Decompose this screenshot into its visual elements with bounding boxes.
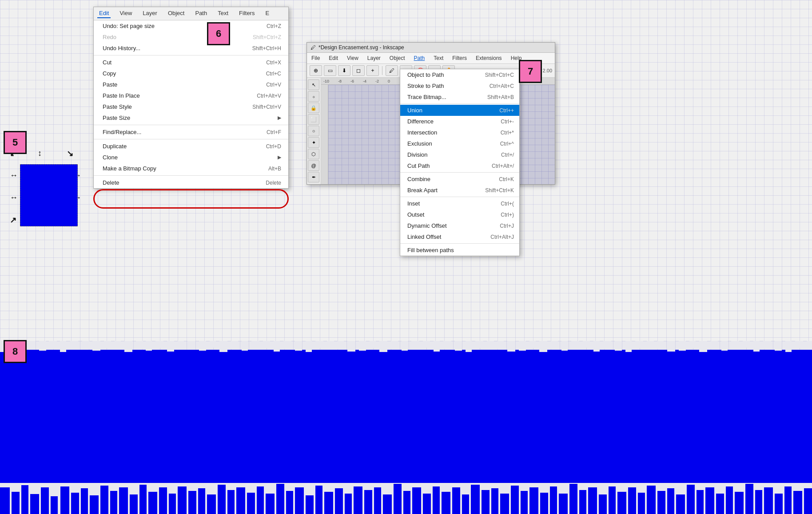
toolbar-btn-3[interactable]: ⬇ [338, 65, 350, 76]
svg-rect-40 [411, 341, 419, 350]
path-break-apart[interactable]: Break Apart Shift+Ctrl+K [400, 185, 519, 196]
menu-undo[interactable]: Undo: Set page size Ctrl+Z [94, 20, 288, 32]
svg-rect-31 [315, 341, 323, 348]
menu-clone[interactable]: Clone ▶ [94, 152, 288, 163]
toolbar-btn-6[interactable]: 🖊 [386, 65, 398, 76]
edit-menu-path[interactable]: Path [193, 9, 209, 18]
svg-rect-108 [286, 491, 293, 514]
menu-delete[interactable]: Delete Delete [94, 177, 288, 188]
menu-redo[interactable]: Redo Shift+Ctrl+Z [94, 32, 288, 43]
svg-rect-147 [667, 488, 674, 514]
inkscape-menu-edit[interactable]: Edit [327, 54, 340, 62]
path-object-to-path[interactable]: Object to Path Shift+Ctrl+C [400, 69, 519, 80]
menu-bitmap-copy[interactable]: Make a Bitmap Copy Alt+B [94, 163, 288, 174]
svg-rect-126 [462, 494, 469, 514]
inkscape-menu-view[interactable]: View [345, 54, 360, 62]
tool-zoom[interactable]: 🔒 [308, 103, 319, 113]
svg-rect-6 [49, 341, 57, 349]
inkscape-menu-file[interactable]: File [310, 54, 322, 62]
path-separator-1 [400, 103, 519, 104]
edit-menu-filters[interactable]: Filters [237, 9, 256, 18]
svg-rect-23 [231, 341, 238, 349]
menu-paste-style[interactable]: Paste Style Shift+Ctrl+V [94, 101, 288, 112]
svg-rect-90 [110, 491, 117, 514]
path-division[interactable]: Division Ctrl+/ [400, 149, 519, 160]
svg-rect-100 [207, 494, 216, 514]
path-linked-offset[interactable]: Linked Offset Ctrl+Alt+J [400, 231, 519, 242]
svg-rect-26 [263, 341, 270, 348]
svg-rect-127 [471, 485, 480, 514]
tool-star[interactable]: ✦ [308, 137, 319, 148]
blue-rect [20, 164, 78, 226]
inkscape-menu-layer[interactable]: Layer [366, 54, 382, 62]
tool-spiral[interactable]: @ [308, 160, 319, 171]
path-inset[interactable]: Inset Ctrl+( [400, 198, 519, 209]
edit-menu-text[interactable]: Text [216, 9, 230, 18]
svg-rect-135 [550, 486, 557, 514]
svg-rect-92 [130, 494, 138, 514]
svg-rect-124 [442, 492, 450, 514]
svg-rect-153 [726, 486, 733, 514]
menu-undo-history[interactable]: Undo History... Shift+Ctrl+H [94, 43, 288, 54]
path-stroke-to-path[interactable]: Stroke to Path Ctrl+Alt+C [400, 80, 519, 91]
inkscape-menu-object[interactable]: Object [388, 54, 407, 62]
tool-node[interactable]: ⬦ [308, 91, 319, 102]
path-trace-bitmap[interactable]: Trace Bitmap... Shift+Alt+B [400, 91, 519, 103]
inkscape-menu-text[interactable]: Text [432, 54, 445, 62]
toolbar-btn-1[interactable]: ⊕ [310, 65, 322, 76]
menu-copy[interactable]: Copy Ctrl+C [94, 68, 288, 79]
inkscape-menu-path[interactable]: Path [412, 54, 427, 62]
svg-rect-122 [423, 494, 431, 514]
menu-paste-in-place[interactable]: Paste In Place Ctrl+Alt+V [94, 90, 288, 101]
tool-3d[interactable]: ⬡ [308, 149, 319, 159]
badge-5: 5 [4, 131, 27, 154]
svg-rect-139 [588, 487, 597, 514]
svg-rect-97 [178, 486, 187, 514]
inkscape-menu-extensions[interactable]: Extensions [474, 54, 504, 62]
path-intersection[interactable]: Intersection Ctrl+* [400, 127, 519, 138]
edit-menu-layer[interactable]: Layer [141, 9, 159, 18]
edit-menu-edit[interactable]: Edit [97, 9, 111, 18]
path-dynamic-offset[interactable]: Dynamic Offset Ctrl+J [400, 220, 519, 231]
svg-rect-21 [210, 341, 216, 348]
menu-paste-size[interactable]: Paste Size ▶ [94, 112, 288, 123]
toolbar-btn-2[interactable]: ▭ [324, 65, 336, 76]
svg-rect-88 [90, 495, 99, 514]
inkscape-menu-filters[interactable]: Filters [450, 54, 469, 62]
svg-rect-51 [529, 341, 536, 348]
svg-rect-105 [257, 486, 264, 514]
menu-paste[interactable]: Paste Ctrl+V [94, 79, 288, 90]
path-difference[interactable]: Difference Ctrl+- [400, 116, 519, 127]
inkscape-left-toolbar: ↖ ⬦ 🔒 ⬜ ○ ✦ ⬡ @ ✒ [307, 78, 321, 184]
path-combine[interactable]: Combine Ctrl+K [400, 174, 519, 185]
menu-duplicate[interactable]: Duplicate Ctrl+D [94, 141, 288, 152]
svg-rect-67 [699, 341, 707, 352]
svg-rect-144 [638, 493, 645, 514]
path-fill-between[interactable]: Fill between paths [400, 245, 519, 256]
menu-cut[interactable]: Cut Ctrl+X [94, 57, 288, 68]
tool-pen[interactable]: ✒ [308, 172, 319, 182]
edit-menubar: Edit View Layer Object Path Text Filters… [94, 7, 288, 20]
path-exclusion[interactable]: Exclusion Ctrl+^ [400, 138, 519, 149]
path-separator-2 [400, 172, 519, 173]
svg-rect-4 [28, 341, 36, 348]
path-outset[interactable]: Outset Ctrl+) [400, 209, 519, 220]
tool-rect[interactable]: ⬜ [308, 114, 319, 125]
tool-circle[interactable]: ○ [308, 126, 319, 136]
toolbar-btn-4[interactable]: ◻ [352, 65, 365, 76]
edit-menu-view[interactable]: View [118, 9, 134, 18]
svg-rect-140 [599, 494, 607, 514]
svg-rect-66 [689, 341, 696, 348]
menu-find-replace[interactable]: Find/Replace... Ctrl+F [94, 127, 288, 138]
toolbar-btn-5[interactable]: + [366, 65, 379, 76]
edit-menu-extra[interactable]: E [263, 9, 271, 18]
svg-rect-13 [124, 341, 132, 352]
tool-select[interactable]: ↖ [308, 79, 319, 90]
svg-rect-111 [315, 486, 322, 514]
toolbar-separator [382, 66, 382, 75]
edit-menu-object[interactable]: Object [166, 9, 187, 18]
path-union[interactable]: Union Ctrl++ [400, 105, 519, 116]
inkscape-title: *Design Encasement.svg - Inkscape [318, 44, 404, 51]
path-cut-path[interactable]: Cut Path Ctrl+Alt+/ [400, 160, 519, 171]
svg-rect-20 [199, 341, 206, 351]
